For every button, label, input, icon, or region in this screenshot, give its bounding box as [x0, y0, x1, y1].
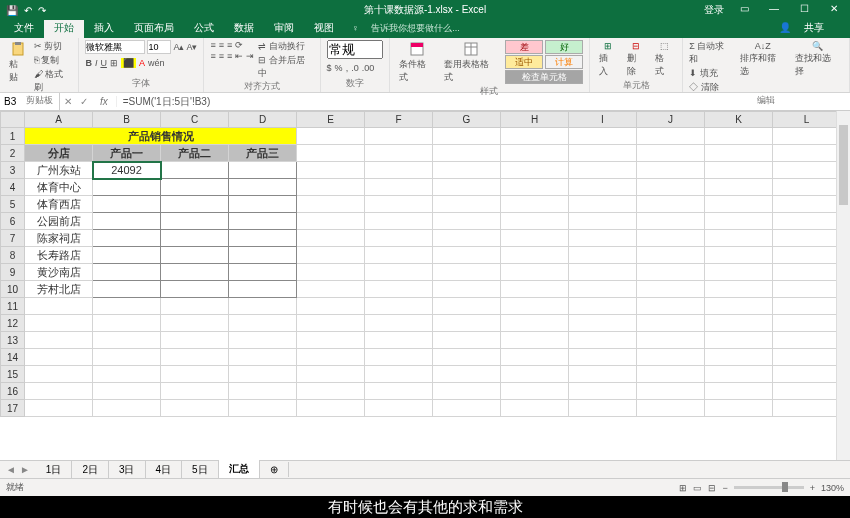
border-button[interactable]: ⊞: [110, 58, 118, 68]
format-painter-button[interactable]: 🖌 格式刷: [34, 68, 72, 94]
sheet-tab-active[interactable]: 汇总: [219, 460, 260, 480]
style-good[interactable]: 好: [545, 40, 583, 54]
sheet-tab[interactable]: 2日: [72, 461, 109, 479]
scroll-thumb[interactable]: [839, 125, 848, 205]
col-header[interactable]: I: [569, 112, 637, 128]
redo-icon[interactable]: ↷: [38, 5, 46, 16]
cell[interactable]: 体育中心: [25, 179, 93, 196]
row-header[interactable]: 9: [1, 264, 25, 281]
cancel-icon[interactable]: ✕: [60, 96, 76, 107]
hdr-p1[interactable]: 产品一: [93, 145, 161, 162]
wrap-text-button[interactable]: ⇌ 自动换行: [258, 40, 313, 53]
row-header[interactable]: 2: [1, 145, 25, 162]
tell-me[interactable]: ♀ 告诉我你想要做什么...: [344, 19, 480, 38]
cell[interactable]: 体育西店: [25, 196, 93, 213]
align-mid-icon[interactable]: ≡: [219, 40, 224, 50]
share-button[interactable]: 👤 共享: [769, 18, 844, 38]
hdr-p2[interactable]: 产品二: [161, 145, 229, 162]
hdr-p3[interactable]: 产品三: [229, 145, 297, 162]
close-icon[interactable]: ✕: [820, 3, 848, 17]
col-header[interactable]: B: [93, 112, 161, 128]
underline-button[interactable]: U: [100, 58, 107, 68]
cell[interactable]: 黄沙南店: [25, 264, 93, 281]
row-header[interactable]: 10: [1, 281, 25, 298]
phonetic-button[interactable]: wén: [148, 58, 165, 68]
zoom-in-icon[interactable]: +: [810, 483, 815, 493]
clear-button[interactable]: ◇ 清除: [689, 81, 733, 94]
zoom-slider[interactable]: [734, 486, 804, 489]
undo-icon[interactable]: ↶: [24, 5, 32, 16]
col-header[interactable]: L: [773, 112, 841, 128]
style-bad[interactable]: 差: [505, 40, 543, 54]
tab-file[interactable]: 文件: [4, 18, 44, 38]
font-size-input[interactable]: [147, 40, 171, 54]
maximize-icon[interactable]: ☐: [790, 3, 818, 17]
cell[interactable]: [161, 162, 229, 179]
col-header[interactable]: A: [25, 112, 93, 128]
percent-icon[interactable]: %: [335, 63, 343, 73]
ribbon-options-icon[interactable]: ▭: [730, 3, 758, 17]
tab-prev-icon[interactable]: ◄: [6, 464, 16, 475]
delete-cells-button[interactable]: ⊟删除: [624, 40, 648, 79]
sort-filter-button[interactable]: A↓Z排序和筛选: [737, 40, 788, 79]
select-all[interactable]: [1, 112, 25, 128]
active-cell[interactable]: 24092: [93, 162, 161, 179]
tab-home[interactable]: 开始: [44, 18, 84, 38]
row-header[interactable]: 15: [1, 366, 25, 383]
col-header[interactable]: E: [297, 112, 365, 128]
indent-dec-icon[interactable]: ⇤: [235, 51, 243, 61]
tab-next-icon[interactable]: ►: [20, 464, 30, 475]
login-label[interactable]: 登录: [700, 3, 728, 17]
sheet-tab[interactable]: 1日: [36, 461, 73, 479]
spreadsheet-grid[interactable]: A B C D E F G H I J K L 1产品销售情况 2 分店 产品一…: [0, 111, 850, 474]
sheet-tab[interactable]: 5日: [182, 461, 219, 479]
tab-formulas[interactable]: 公式: [184, 18, 224, 38]
zoom-out-icon[interactable]: −: [722, 483, 727, 493]
style-check[interactable]: 检查单元格: [505, 70, 583, 84]
row-header[interactable]: 7: [1, 230, 25, 247]
col-header[interactable]: D: [229, 112, 297, 128]
row-header[interactable]: 11: [1, 298, 25, 315]
save-icon[interactable]: 💾: [6, 5, 18, 16]
tab-insert[interactable]: 插入: [84, 18, 124, 38]
cell[interactable]: 陈家祠店: [25, 230, 93, 247]
row-header[interactable]: 6: [1, 213, 25, 230]
fill-button[interactable]: ⬇ 填充: [689, 67, 733, 80]
row-header[interactable]: 13: [1, 332, 25, 349]
bold-button[interactable]: B: [85, 58, 92, 68]
vertical-scrollbar[interactable]: [836, 111, 850, 460]
row-header[interactable]: 3: [1, 162, 25, 179]
col-header[interactable]: F: [365, 112, 433, 128]
style-neutral[interactable]: 适中: [505, 55, 543, 69]
col-header[interactable]: G: [433, 112, 501, 128]
copy-button[interactable]: ⎘ 复制: [34, 54, 72, 67]
col-header[interactable]: C: [161, 112, 229, 128]
hdr-store[interactable]: 分店: [25, 145, 93, 162]
col-header[interactable]: K: [705, 112, 773, 128]
align-right-icon[interactable]: ≡: [227, 51, 232, 61]
table-title[interactable]: 产品销售情况: [25, 128, 297, 145]
name-box[interactable]: B3: [0, 93, 60, 110]
fill-color-button[interactable]: ⬛: [121, 58, 136, 68]
tab-review[interactable]: 审阅: [264, 18, 304, 38]
decrease-font-icon[interactable]: A▾: [186, 42, 197, 52]
fx-icon[interactable]: fx: [92, 96, 117, 107]
inc-decimal-icon[interactable]: .0: [351, 63, 359, 73]
new-sheet-button[interactable]: ⊕: [260, 462, 289, 477]
align-bot-icon[interactable]: ≡: [227, 40, 232, 50]
font-color-button[interactable]: A: [139, 58, 145, 68]
find-select-button[interactable]: 🔍查找和选择: [792, 40, 843, 79]
align-top-icon[interactable]: ≡: [210, 40, 215, 50]
cell[interactable]: 芳村北店: [25, 281, 93, 298]
cond-format-button[interactable]: 条件格式: [396, 40, 438, 85]
cell[interactable]: 长寿路店: [25, 247, 93, 264]
style-calc[interactable]: 计算: [545, 55, 583, 69]
col-header[interactable]: H: [501, 112, 569, 128]
sheet-tab[interactable]: 3日: [109, 461, 146, 479]
indent-inc-icon[interactable]: ⇥: [246, 51, 254, 61]
paste-button[interactable]: 粘贴: [6, 40, 30, 85]
view-break-icon[interactable]: ⊟: [708, 483, 716, 493]
view-normal-icon[interactable]: ⊞: [679, 483, 687, 493]
view-layout-icon[interactable]: ▭: [693, 483, 702, 493]
cell[interactable]: [229, 162, 297, 179]
